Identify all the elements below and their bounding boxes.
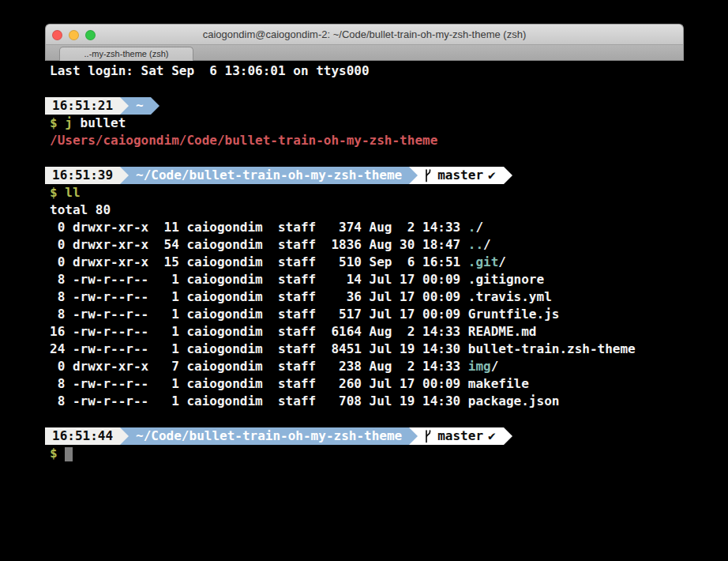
screen: { "window": { "title": "caiogondim@caiog… — [0, 0, 728, 561]
terminal-line: 0 drwxr-xr-x 11 caiogondim staff 374 Aug… — [45, 219, 728, 236]
git-branch-name: master — [437, 167, 483, 184]
terminal-line: 8 -rw-r--r-- 1 caiogondim staff 517 Jul … — [45, 306, 728, 323]
powerline-arrow — [504, 167, 512, 184]
terminal-blank-line — [45, 410, 728, 427]
terminal-text: .git — [468, 254, 499, 269]
terminal-text: total 80 — [50, 202, 111, 217]
prompt-path-segment: ~/Code/bullet-train-oh-my-zsh-theme — [129, 167, 409, 184]
terminal-blank-line — [45, 80, 728, 97]
prompt-git-segment: master✔ — [418, 427, 503, 445]
prompt-time-segment: 16:51:21 — [45, 97, 120, 115]
terminal-text: 8 -rw-r--r-- 1 caiogondim staff 36 Jul 1… — [50, 289, 552, 304]
terminal-text: 0 drwxr-xr-x 15 caiogondim staff 510 Sep… — [50, 254, 468, 269]
terminal-input-line: $ — [45, 445, 728, 462]
git-branch-icon — [423, 429, 433, 443]
terminal-blank-line — [45, 149, 728, 167]
prompt-time-segment: 16:51:44 — [45, 427, 120, 445]
terminal-text: / — [475, 220, 483, 235]
terminal-text: .. — [468, 237, 483, 252]
powerline-arrow — [120, 167, 129, 184]
terminal-line: 0 drwxr-xr-x 54 caiogondim staff 1836 Au… — [45, 236, 728, 254]
terminal-text: $ j — [50, 115, 73, 130]
terminal-input-line: $ j bullet — [45, 115, 728, 132]
zoom-button[interactable] — [85, 30, 96, 40]
powerline-arrow — [120, 97, 129, 115]
terminal-line: 8 -rw-r--r-- 1 caiogondim staff 260 Jul … — [45, 375, 728, 393]
terminal-line: 8 -rw-r--r-- 1 caiogondim staff 14 Jul 1… — [45, 271, 728, 288]
terminal-line: Last login: Sat Sep 6 13:06:01 on ttys00… — [45, 62, 728, 80]
git-clean-check: ✔ — [488, 427, 496, 445]
powerline-arrow — [151, 97, 159, 115]
terminal-line: 8 -rw-r--r-- 1 caiogondim staff 708 Jul … — [45, 393, 728, 410]
terminal-line: 8 -rw-r--r-- 1 caiogondim staff 36 Jul 1… — [45, 288, 728, 306]
window-title: caiogondim@caiogondim-2: ~/Code/bullet-t… — [46, 24, 683, 44]
terminal-line: 0 drwxr-xr-x 7 caiogondim staff 238 Aug … — [45, 358, 728, 375]
terminal-input-line: $ ll — [45, 184, 728, 201]
terminal-text: / — [491, 359, 499, 374]
prompt-path-segment: ~ — [129, 97, 151, 115]
terminal-text: 0 drwxr-xr-x 11 caiogondim staff 374 Aug… — [50, 220, 468, 235]
terminal-line: /Users/caiogondim/Code/bullet-train-oh-m… — [45, 132, 728, 149]
title-bar[interactable]: caiogondim@caiogondim-2: ~/Code/bullet-t… — [45, 24, 684, 45]
terminal-line: 16 -rw-r--r-- 1 caiogondim staff 6164 Au… — [45, 323, 728, 341]
prompt-line: 16:51:44~/Code/bullet-train-oh-my-zsh-th… — [45, 427, 728, 445]
terminal-text: 8 -rw-r--r-- 1 caiogondim staff 260 Jul … — [50, 376, 529, 391]
powerline-arrow — [120, 427, 129, 445]
terminal-text: 0 drwxr-xr-x 54 caiogondim staff 1836 Au… — [50, 237, 468, 252]
terminal-line: total 80 — [45, 201, 728, 219]
close-button[interactable] — [52, 30, 62, 40]
terminal-line: 24 -rw-r--r-- 1 caiogondim staff 8451 Ju… — [45, 341, 728, 358]
git-branch-icon — [423, 168, 433, 183]
terminal-text: bullet — [73, 115, 126, 130]
terminal-window-chrome: caiogondim@caiogondim-2: ~/Code/bullet-t… — [45, 24, 684, 61]
terminal-text: 8 -rw-r--r-- 1 caiogondim staff 14 Jul 1… — [50, 272, 544, 287]
terminal-text: $ — [50, 446, 65, 461]
terminal-content[interactable]: Last login: Sat Sep 6 13:06:01 on ttys00… — [45, 62, 728, 462]
terminal-text: Last login: Sat Sep 6 13:06:01 on ttys00… — [50, 63, 370, 78]
prompt-git-segment: master✔ — [418, 167, 503, 184]
prompt-time-segment: 16:51:39 — [45, 167, 120, 184]
prompt-path-segment: ~/Code/bullet-train-oh-my-zsh-theme — [129, 427, 409, 445]
terminal-text: 0 drwxr-xr-x 7 caiogondim staff 238 Aug … — [50, 359, 468, 374]
terminal-text: 8 -rw-r--r-- 1 caiogondim staff 517 Jul … — [50, 307, 559, 322]
minimize-button[interactable] — [69, 30, 79, 40]
git-clean-check: ✔ — [488, 167, 496, 184]
terminal-text: / — [498, 254, 506, 269]
terminal-text: 24 -rw-r--r-- 1 caiogondim staff 8451 Ju… — [50, 341, 636, 356]
terminal-text: 8 -rw-r--r-- 1 caiogondim staff 708 Jul … — [50, 393, 559, 409]
powerline-arrow — [409, 167, 418, 184]
terminal-text: 16 -rw-r--r-- 1 caiogondim staff 6164 Au… — [50, 324, 537, 339]
terminal-line: 0 drwxr-xr-x 15 caiogondim staff 510 Sep… — [45, 254, 728, 271]
terminal-text: $ ll — [50, 185, 81, 200]
terminal-text: . — [468, 220, 476, 235]
prompt-line: 16:51:39~/Code/bullet-train-oh-my-zsh-th… — [45, 167, 728, 184]
terminal-text: img — [468, 359, 491, 374]
terminal-text: /Users/caiogondim/Code/bullet-train-oh-m… — [50, 133, 437, 148]
tab-bar: ..-my-zsh-theme (zsh) — [45, 45, 684, 61]
powerline-arrow — [504, 427, 512, 445]
git-branch-name: master — [437, 427, 483, 445]
traffic-lights — [52, 30, 96, 40]
terminal-cursor — [65, 447, 73, 461]
prompt-line: 16:51:21~ — [45, 97, 728, 115]
terminal-text: / — [483, 237, 491, 252]
tab-active[interactable]: ..-my-zsh-theme (zsh) — [59, 47, 193, 61]
powerline-arrow — [409, 427, 418, 445]
